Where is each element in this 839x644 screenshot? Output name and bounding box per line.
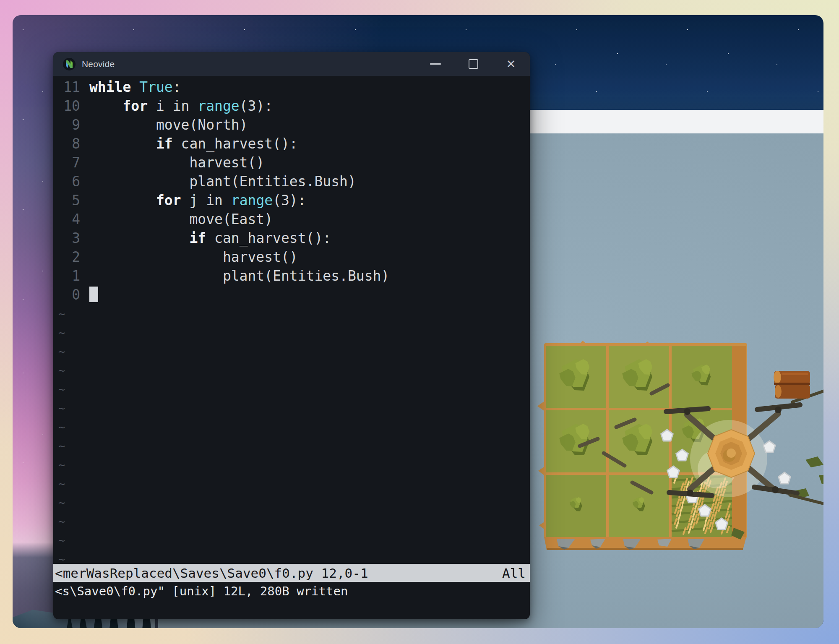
code-line: 7 harvest() <box>53 153 530 172</box>
message-area-spacer <box>53 600 530 619</box>
tilde-empty-line: ~ <box>53 399 530 417</box>
line-number: 3 <box>53 229 89 248</box>
line-number: 10 <box>53 96 89 115</box>
line-number: 6 <box>53 172 89 191</box>
code-line: 9 move(North) <box>53 115 530 134</box>
neovide-logo-icon <box>63 57 76 71</box>
text-cursor <box>89 287 98 302</box>
code-line: 10 for i in range(3): <box>53 96 530 115</box>
minimize-icon <box>430 63 441 65</box>
line-number: 7 <box>53 153 89 172</box>
close-icon: ✕ <box>506 58 516 70</box>
statusline: <merWasReplaced\Saves\Save0\f0.py 12,0-1… <box>53 564 530 582</box>
tilde-empty-line: ~ <box>53 493 530 512</box>
drone-canopy-core <box>727 448 736 458</box>
screenshot-frame: Neovide ✕ 11while True:10 for i in range… <box>0 0 839 644</box>
line-number: 0 <box>53 285 89 304</box>
command-line-message: <s\Save0\f0.py" [unix] 12L, 280B written <box>53 582 530 600</box>
chest <box>774 371 810 399</box>
tilde-empty-line: ~ <box>53 474 530 493</box>
line-number: 5 <box>53 191 89 210</box>
code-line: 0 <box>53 285 530 304</box>
close-button[interactable]: ✕ <box>492 52 530 76</box>
line-number: 9 <box>53 115 89 134</box>
statusline-file-info: <merWasReplaced\Saves\Save0\f0.py 12,0-1 <box>55 566 368 581</box>
code-line: 4 move(East) <box>53 210 530 229</box>
tilde-empty-line: ~ <box>53 304 530 323</box>
line-number: 1 <box>53 266 89 285</box>
code-line: 1 plant(Entities.Bush) <box>53 266 530 285</box>
code-line: 2 harvest() <box>53 248 530 266</box>
maximize-button[interactable] <box>454 52 492 76</box>
tilde-empty-line: ~ <box>53 342 530 361</box>
code-line: 6 plant(Entities.Bush) <box>53 172 530 191</box>
minimize-button[interactable] <box>417 52 454 76</box>
tilde-empty-line: ~ <box>53 323 530 342</box>
statusline-scroll-position: All <box>502 566 526 581</box>
editor-area[interactable]: 11while True:10 for i in range(3):9 move… <box>53 76 530 564</box>
maximize-icon <box>469 59 478 69</box>
line-number: 2 <box>53 248 89 266</box>
code-lines: 11while True:10 for i in range(3):9 move… <box>53 78 530 304</box>
tilde-column: ~~~~~~~~~~~~~~ <box>53 304 530 564</box>
window-title: Neovide <box>82 59 417 69</box>
tilde-empty-line: ~ <box>53 380 530 399</box>
code-line: 11while True: <box>53 78 530 96</box>
tilde-empty-line: ~ <box>53 361 530 380</box>
code-line: 8 if can_harvest(): <box>53 134 530 153</box>
tilde-empty-line: ~ <box>53 436 530 455</box>
neovide-titlebar[interactable]: Neovide ✕ <box>53 52 530 76</box>
tilde-empty-line: ~ <box>53 455 530 474</box>
farm-base-shadow <box>547 548 743 550</box>
tilde-empty-line: ~ <box>53 512 530 531</box>
line-number: 8 <box>53 134 89 153</box>
code-line: 3 if can_harvest(): <box>53 229 530 248</box>
desktop: Neovide ✕ 11while True:10 for i in range… <box>13 15 823 628</box>
tilde-empty-line: ~ <box>53 531 530 550</box>
neovide-window: Neovide ✕ 11while True:10 for i in range… <box>53 52 530 619</box>
tilde-empty-line: ~ <box>53 417 530 436</box>
line-number: 11 <box>53 78 89 96</box>
line-number: 4 <box>53 210 89 229</box>
code-line: 5 for j in range(3): <box>53 191 530 210</box>
tilde-empty-line: ~ <box>53 550 530 564</box>
